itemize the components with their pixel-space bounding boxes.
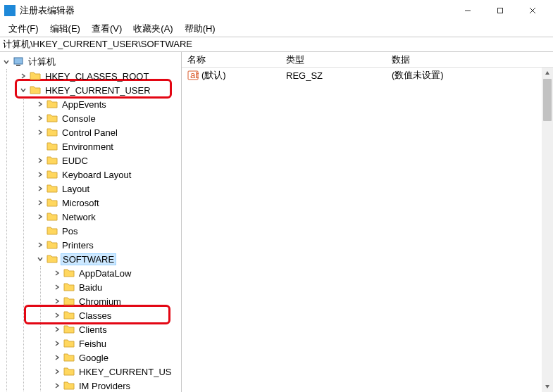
node-label: HKEY_CLASSES_ROOT	[44, 71, 150, 82]
tree-node-hkcu-child-10[interactable]: Printers	[35, 238, 181, 252]
minimize-button[interactable]	[452, 0, 484, 21]
values-scrollbar[interactable]	[542, 68, 553, 392]
expand-toggle[interactable]	[1, 57, 11, 67]
registry-tree[interactable]: 计算机HKEY_CLASSES_ROOTHKEY_CURRENT_USERApp…	[0, 55, 181, 392]
expand-toggle[interactable]	[52, 381, 62, 391]
address-bar[interactable]: 计算机\HKEY_CURRENT_USER\SOFTWARE	[0, 37, 553, 52]
node-label: AppDataLow	[77, 268, 132, 279]
node-label: Environment	[61, 141, 115, 152]
tree-node-software[interactable]: SOFTWARE	[35, 252, 181, 266]
folder-icon	[63, 366, 75, 377]
node-label: EUDC	[61, 156, 89, 166]
tree-node-hkcu-child-6[interactable]: Layout	[35, 182, 181, 196]
folder-icon	[63, 267, 75, 279]
node-label: Console	[61, 113, 97, 124]
tree-node-software-child-7[interactable]: HKEY_CURRENT_US	[52, 365, 181, 379]
node-label: HKEY_CURRENT_US	[77, 367, 173, 377]
tree-node-computer[interactable]: 计算机	[1, 55, 181, 69]
expand-toggle[interactable]	[35, 240, 45, 250]
value-data: (数值未设置)	[392, 69, 444, 82]
expand-toggle[interactable]	[18, 71, 28, 81]
tree-node-hkcu-child-5[interactable]: Keyboard Layout	[35, 167, 181, 182]
maximize-button[interactable]	[484, 0, 516, 21]
folder-icon	[46, 113, 58, 124]
close-button[interactable]	[516, 0, 549, 21]
folder-icon	[46, 197, 58, 208]
folder-icon	[63, 324, 75, 335]
svg-marker-9	[545, 385, 549, 388]
expand-toggle[interactable]	[52, 282, 62, 292]
node-label: Feishu	[77, 339, 108, 349]
expand-toggle[interactable]	[52, 367, 62, 377]
expand-toggle[interactable]	[52, 324, 62, 334]
scrollbar-up-icon[interactable]	[542, 68, 553, 79]
expand-toggle[interactable]	[35, 156, 45, 165]
tree-node-hkcu-child-8[interactable]: Network	[35, 210, 181, 224]
tree-node-software-child-2[interactable]: Chromium	[52, 294, 181, 308]
column-name[interactable]: 名称	[182, 52, 280, 68]
expand-toggle[interactable]	[18, 85, 28, 95]
tree-node-software-child-8[interactable]: IM Providers	[52, 379, 181, 392]
folder-icon	[46, 183, 58, 194]
menu-help[interactable]: 帮助(H)	[179, 21, 221, 37]
tree-node-hkcu-child-1[interactable]: Console	[35, 111, 181, 125]
tree-node-software-child-3[interactable]: Classes	[52, 308, 181, 322]
tree-node-hkcr[interactable]: HKEY_CLASSES_ROOT	[18, 69, 181, 83]
expand-toggle[interactable]	[35, 226, 45, 236]
expand-toggle[interactable]	[35, 254, 45, 264]
tree-node-software-child-0[interactable]: AppDataLow	[52, 266, 181, 280]
expand-toggle[interactable]	[35, 127, 45, 137]
expand-toggle[interactable]	[35, 198, 45, 208]
node-label: 计算机	[27, 56, 57, 68]
scrollbar-down-icon[interactable]	[542, 381, 553, 392]
main-area: 计算机HKEY_CLASSES_ROOTHKEY_CURRENT_USERApp…	[0, 52, 553, 392]
tree-node-software-child-6[interactable]: Google	[52, 350, 181, 365]
folder-icon	[63, 310, 75, 321]
tree-node-hkcu-child-2[interactable]: Control Panel	[35, 125, 181, 139]
scrollbar-thumb[interactable]	[543, 79, 552, 121]
menu-edit[interactable]: 编辑(E)	[44, 21, 86, 37]
node-label: Classes	[77, 310, 113, 321]
expand-toggle[interactable]	[52, 310, 62, 320]
tree-node-software-child-5[interactable]: Feishu	[52, 336, 181, 350]
tree-node-hkcu-child-3[interactable]: Environment	[35, 139, 181, 153]
tree-node-software-child-1[interactable]: Baidu	[52, 280, 181, 294]
node-label: Layout	[61, 184, 91, 194]
expand-toggle[interactable]	[52, 296, 62, 306]
values-pane: 名称 类型 数据 ab (默认) REG_SZ (数值未设置)	[182, 52, 553, 392]
tree-node-hkcu-child-7[interactable]: Microsoft	[35, 196, 181, 210]
tree-node-hkcu-child-4[interactable]: EUDC	[35, 153, 181, 167]
folder-icon	[63, 338, 75, 349]
expand-toggle[interactable]	[52, 339, 62, 348]
expand-toggle[interactable]	[52, 268, 62, 278]
node-label: Keyboard Layout	[61, 170, 132, 180]
column-type[interactable]: 类型	[280, 52, 386, 68]
folder-icon	[30, 70, 41, 82]
folder-icon	[46, 155, 58, 166]
expand-toggle[interactable]	[35, 141, 45, 151]
expand-toggle[interactable]	[35, 99, 45, 109]
menu-favorites[interactable]: 收藏夹(A)	[128, 21, 178, 37]
expand-toggle[interactable]	[52, 353, 62, 362]
tree-node-software-child-4[interactable]: Clients	[52, 322, 181, 336]
menu-bar: 文件(F) 编辑(E) 查看(V) 收藏夹(A) 帮助(H)	[0, 21, 553, 37]
expand-toggle[interactable]	[35, 184, 45, 194]
folder-icon	[63, 352, 75, 363]
value-row[interactable]: ab (默认) REG_SZ (数值未设置)	[182, 68, 553, 83]
menu-view[interactable]: 查看(V)	[86, 21, 128, 37]
column-data[interactable]: 数据	[386, 52, 553, 68]
value-type: REG_SZ	[286, 70, 323, 81]
folder-icon	[63, 380, 75, 391]
tree-node-hkcu[interactable]: HKEY_CURRENT_USER	[18, 83, 181, 97]
folder-icon	[30, 84, 41, 96]
expand-toggle[interactable]	[35, 170, 45, 179]
tree-node-hkcu-child-0[interactable]: AppEvents	[35, 97, 181, 111]
address-path: 计算机\HKEY_CURRENT_USER\SOFTWARE	[3, 38, 192, 51]
tree-node-hkcu-child-9[interactable]: Pos	[35, 224, 181, 238]
folder-icon	[13, 56, 24, 68]
menu-file[interactable]: 文件(F)	[3, 21, 44, 37]
expand-toggle[interactable]	[35, 212, 45, 222]
expand-toggle[interactable]	[35, 113, 45, 123]
node-label: Pos	[61, 226, 79, 236]
svg-rect-5	[16, 65, 20, 66]
